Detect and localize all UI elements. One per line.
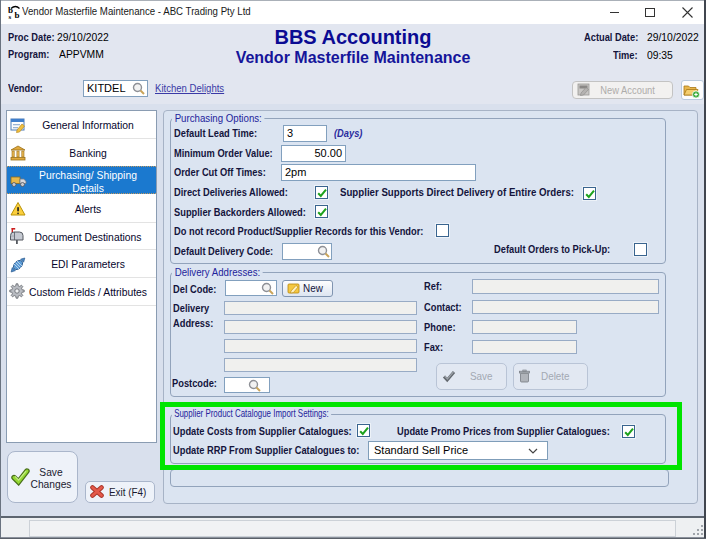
svg-text:s: s [9, 13, 12, 20]
svg-text:b: b [15, 10, 20, 20]
